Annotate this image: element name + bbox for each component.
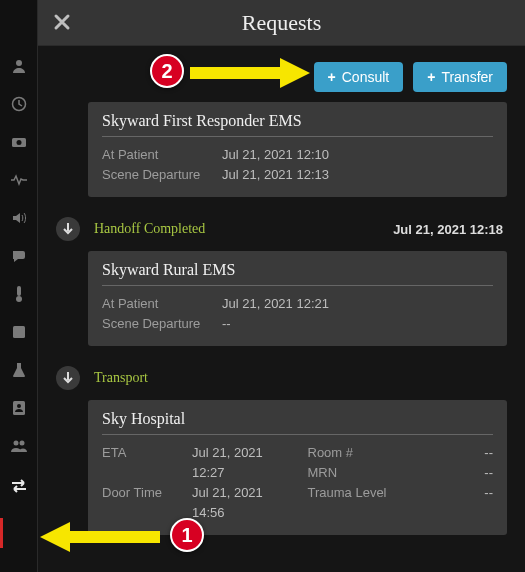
status-time: Jul 21, 2021 12:18: [393, 222, 503, 237]
plus-icon: +: [427, 69, 435, 85]
arrow-down-icon: [56, 217, 80, 241]
table-row: Trauma Level--: [308, 483, 494, 503]
svg-point-9: [13, 441, 18, 446]
transfer-label: Transfer: [441, 69, 493, 85]
table-row: Scene DepartureJul 21, 2021 12:13: [102, 165, 493, 185]
svg-point-5: [16, 296, 22, 302]
svg-point-10: [19, 441, 24, 446]
annotation-arrow-icon: [40, 520, 160, 554]
svg-point-3: [16, 140, 21, 145]
table-row: At PatientJul 21, 2021 12:10: [102, 145, 493, 165]
card-title: Skyward Rural EMS: [102, 261, 493, 286]
status-text: Handoff Completed: [94, 221, 205, 237]
table-row: At PatientJul 21, 2021 12:21: [102, 294, 493, 314]
sidebar-accent: [0, 518, 3, 548]
agency-card: Skyward First Responder EMS At PatientJu…: [88, 102, 507, 197]
clock-icon[interactable]: [9, 94, 29, 114]
card-title: Sky Hospital: [102, 410, 493, 435]
agency-card: Skyward Rural EMS At PatientJul 21, 2021…: [88, 251, 507, 346]
svg-marker-12: [280, 58, 310, 88]
page-title: Requests: [242, 10, 321, 36]
volume-icon[interactable]: [9, 208, 29, 228]
annotation-arrow-icon: [190, 56, 310, 90]
card-title: Skyward First Responder EMS: [102, 112, 493, 137]
thermometer-icon[interactable]: [9, 284, 29, 304]
note-icon[interactable]: [9, 322, 29, 342]
transfer-icon[interactable]: [9, 476, 29, 496]
consult-button[interactable]: + Consult: [314, 62, 404, 92]
svg-marker-14: [40, 522, 70, 552]
svg-point-8: [17, 404, 21, 408]
plus-icon: +: [328, 69, 336, 85]
svg-point-0: [16, 60, 22, 66]
status-line: Handoff Completed Jul 21, 2021 12:18: [56, 207, 507, 251]
group-icon[interactable]: [9, 436, 29, 456]
transfer-button[interactable]: + Transfer: [413, 62, 507, 92]
titlebar: Requests: [38, 0, 525, 46]
close-icon[interactable]: [52, 12, 72, 36]
table-row: ETAJul 21, 2021 12:27: [102, 443, 288, 483]
table-row: Door TimeJul 21, 2021 14:56: [102, 483, 288, 523]
arrow-down-icon: [56, 366, 80, 390]
flask-icon[interactable]: [9, 360, 29, 380]
sidebar: [0, 0, 38, 572]
heartbeat-icon[interactable]: [9, 170, 29, 190]
status-text: Transport: [94, 370, 148, 386]
camera-icon[interactable]: [9, 132, 29, 152]
annotation-callout-1: 1: [170, 518, 204, 552]
status-line: Transport: [56, 356, 507, 400]
user-icon[interactable]: [9, 56, 29, 76]
svg-rect-4: [17, 286, 21, 296]
table-row: MRN--: [308, 463, 494, 483]
timeline-panel: Skyward First Responder EMS At PatientJu…: [38, 102, 525, 545]
table-row: Scene Departure--: [102, 314, 493, 334]
chat-icon[interactable]: [9, 246, 29, 266]
contact-icon[interactable]: [9, 398, 29, 418]
table-row: Room #--: [308, 443, 494, 463]
consult-label: Consult: [342, 69, 389, 85]
svg-rect-6: [13, 326, 25, 338]
hospital-card: Sky Hospital ETAJul 21, 2021 12:27 Door …: [88, 400, 507, 535]
annotation-callout-2: 2: [150, 54, 184, 88]
